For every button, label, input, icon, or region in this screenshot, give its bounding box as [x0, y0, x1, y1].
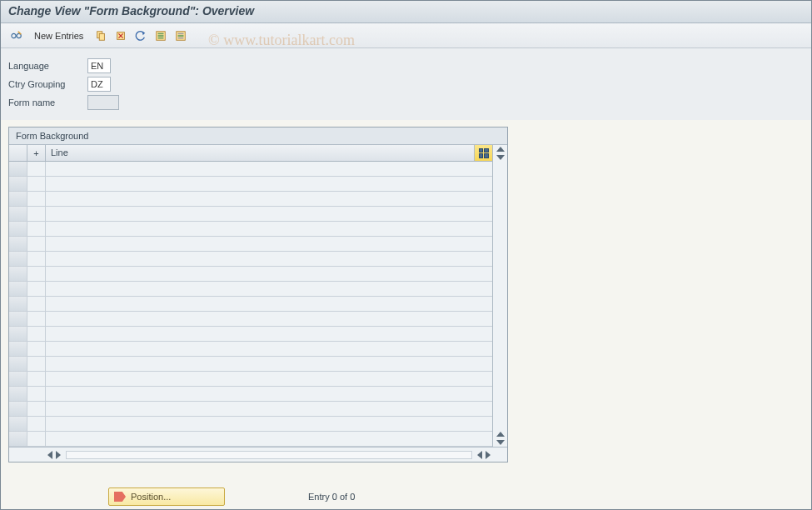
- row-plus-cell[interactable]: [27, 177, 46, 191]
- language-input[interactable]: [87, 58, 111, 73]
- row-plus-cell[interactable]: [27, 402, 46, 416]
- row-plus-cell[interactable]: [27, 297, 46, 311]
- table-row[interactable]: [9, 327, 492, 342]
- row-line-cell[interactable]: [46, 207, 492, 221]
- scroll-up-bottom-icon[interactable]: [496, 432, 505, 437]
- row-line-cell[interactable]: [46, 402, 492, 416]
- row-line-cell[interactable]: [46, 372, 492, 386]
- row-line-cell[interactable]: [46, 282, 492, 296]
- row-selector[interactable]: [9, 417, 27, 431]
- row-selector[interactable]: [9, 177, 27, 191]
- row-plus-cell[interactable]: [27, 207, 46, 221]
- row-line-cell[interactable]: [46, 162, 492, 176]
- configure-columns-button[interactable]: [474, 145, 492, 161]
- vertical-scrollbar[interactable]: [492, 145, 507, 447]
- row-plus-cell[interactable]: [27, 372, 46, 386]
- row-selector[interactable]: [9, 282, 27, 296]
- row-plus-cell[interactable]: [27, 162, 46, 176]
- table-row[interactable]: [9, 372, 492, 387]
- table-row[interactable]: [9, 417, 492, 432]
- row-selector[interactable]: [9, 207, 27, 221]
- row-line-cell[interactable]: [46, 357, 492, 371]
- table-row[interactable]: [9, 222, 492, 237]
- row-plus-cell[interactable]: [27, 432, 46, 446]
- row-line-cell[interactable]: [46, 312, 492, 326]
- row-plus-cell[interactable]: [27, 312, 46, 326]
- delete-button[interactable]: [112, 28, 129, 44]
- row-line-cell[interactable]: [46, 192, 492, 206]
- row-line-cell[interactable]: [46, 252, 492, 266]
- row-line-cell[interactable]: [46, 327, 492, 341]
- row-selector[interactable]: [9, 387, 27, 401]
- row-plus-cell[interactable]: [27, 192, 46, 206]
- row-line-cell[interactable]: [46, 222, 492, 236]
- row-plus-cell[interactable]: [27, 357, 46, 371]
- table-row[interactable]: [9, 402, 492, 417]
- select-all-button[interactable]: [152, 28, 169, 44]
- plus-column-header[interactable]: +: [27, 145, 46, 161]
- row-plus-cell[interactable]: [27, 237, 46, 251]
- table-row[interactable]: [9, 432, 492, 447]
- scroll-right-icon[interactable]: [56, 451, 61, 459]
- row-line-cell[interactable]: [46, 432, 492, 446]
- row-plus-cell[interactable]: [27, 222, 46, 236]
- select-column-header[interactable]: [9, 145, 27, 161]
- row-line-cell[interactable]: [46, 297, 492, 311]
- deselect-all-button[interactable]: [172, 28, 189, 44]
- table-row[interactable]: [9, 312, 492, 327]
- row-plus-cell[interactable]: [27, 417, 46, 431]
- line-column-header[interactable]: Line: [46, 145, 474, 161]
- table-row[interactable]: [9, 252, 492, 267]
- copy-as-button[interactable]: [92, 28, 109, 44]
- row-line-cell[interactable]: [46, 177, 492, 191]
- row-plus-cell[interactable]: [27, 327, 46, 341]
- scroll-track[interactable]: [66, 451, 472, 459]
- row-selector[interactable]: [9, 372, 27, 386]
- row-selector[interactable]: [9, 252, 27, 266]
- row-selector[interactable]: [9, 402, 27, 416]
- table-row[interactable]: [9, 177, 492, 192]
- undo-change-button[interactable]: [132, 28, 149, 44]
- row-plus-cell[interactable]: [27, 342, 46, 356]
- table-row[interactable]: [9, 267, 492, 282]
- table-row[interactable]: [9, 342, 492, 357]
- row-selector[interactable]: [9, 222, 27, 236]
- row-selector[interactable]: [9, 297, 27, 311]
- table-row[interactable]: [9, 162, 492, 177]
- ctry-grouping-input[interactable]: [87, 77, 111, 92]
- row-selector[interactable]: [9, 192, 27, 206]
- row-selector[interactable]: [9, 342, 27, 356]
- scroll-left-end-icon[interactable]: [477, 451, 482, 459]
- table-row[interactable]: [9, 237, 492, 252]
- row-line-cell[interactable]: [46, 417, 492, 431]
- scroll-right-end-icon[interactable]: [486, 451, 491, 459]
- row-plus-cell[interactable]: [27, 387, 46, 401]
- row-line-cell[interactable]: [46, 387, 492, 401]
- row-plus-cell[interactable]: [27, 282, 46, 296]
- table-row[interactable]: [9, 207, 492, 222]
- table-row[interactable]: [9, 282, 492, 297]
- new-entries-button[interactable]: New Entries: [28, 28, 89, 44]
- row-selector[interactable]: [9, 327, 27, 341]
- row-line-cell[interactable]: [46, 267, 492, 281]
- table-row[interactable]: [9, 297, 492, 312]
- position-button[interactable]: Position...: [108, 488, 225, 506]
- scroll-down-icon[interactable]: [496, 155, 505, 160]
- row-selector[interactable]: [9, 237, 27, 251]
- row-selector[interactable]: [9, 162, 27, 176]
- row-selector[interactable]: [9, 267, 27, 281]
- row-selector[interactable]: [9, 432, 27, 446]
- row-line-cell[interactable]: [46, 342, 492, 356]
- row-plus-cell[interactable]: [27, 267, 46, 281]
- row-selector[interactable]: [9, 357, 27, 371]
- toggle-display-change-button[interactable]: [8, 28, 25, 44]
- row-line-cell[interactable]: [46, 237, 492, 251]
- form-name-input[interactable]: [87, 95, 119, 110]
- table-row[interactable]: [9, 387, 492, 402]
- scroll-left-icon[interactable]: [47, 451, 52, 459]
- scroll-down-bottom-icon[interactable]: [496, 440, 505, 445]
- row-selector[interactable]: [9, 312, 27, 326]
- row-plus-cell[interactable]: [27, 252, 46, 266]
- horizontal-scrollbar[interactable]: [9, 447, 507, 462]
- table-row[interactable]: [9, 192, 492, 207]
